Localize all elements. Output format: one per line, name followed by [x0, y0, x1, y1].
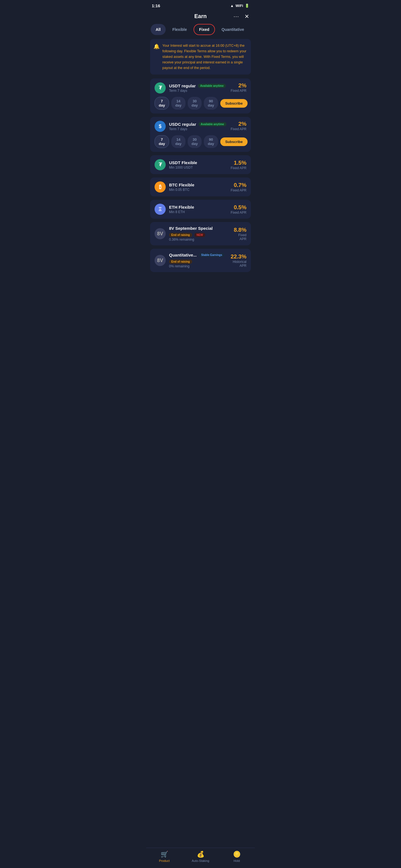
coin-icon-quantitative: 8V [154, 255, 166, 266]
signal-icon: ▲ [230, 4, 234, 8]
tab-all[interactable]: All [151, 24, 166, 35]
badge-usdc-regular: Available anytime [199, 122, 226, 126]
hold-nav-label: Hold [234, 859, 240, 862]
product-term-8v-september: 0.36% remaining [169, 238, 234, 242]
product-name-usdc-regular: USDC regular [169, 122, 196, 127]
info-banner: 🔔 Your Interest will start to accrue at … [150, 39, 251, 74]
header-action-icons: ⋯ ✕ [232, 12, 250, 21]
product-apr-8v-september: 8.8% [234, 227, 247, 233]
tab-fixed[interactable]: Fixed [194, 24, 215, 35]
product-name-btc-flexible: BTC Flexible [169, 183, 194, 187]
tabs-container: All Flexible Fixed Quantitative [146, 24, 255, 35]
day-btn-30-day[interactable]: 30 day [188, 135, 202, 148]
product-term-quantitative: 0% remaining [169, 264, 229, 268]
close-button[interactable]: ✕ [244, 12, 250, 21]
badge-8v-september: End of raising [169, 233, 192, 237]
bottom-nav: 🛒 Product 💰 Auto-Staking 🪙 Hold [146, 848, 255, 868]
product-name-8v-september: 8V September Special [169, 226, 213, 230]
product-term-usdt-flexible: Min 1000 USDT [169, 165, 197, 169]
subscribe-btn-usdc-regular[interactable]: Subscribe [220, 137, 248, 146]
day-selector-usdc-regular: 7 day14 day30 day90 day Subscribe [154, 135, 247, 148]
hold-nav-icon: 🪙 [233, 851, 240, 858]
product-name-eth-flexible: ETH Flexible [169, 205, 194, 210]
product-term-usdc-regular: Term 7 days [169, 127, 226, 131]
bell-icon: 🔔 [153, 43, 160, 50]
badge-8v-september: NEW [194, 233, 205, 237]
product-term-usdt-regular: Term 7 days [169, 89, 226, 93]
day-btn-90-day[interactable]: 90 day [204, 97, 218, 110]
wifi-icon: WiFi [236, 4, 243, 8]
day-btn-14-day[interactable]: 14 day [171, 97, 185, 110]
product-apr-label-usdt-regular: Fixed APR [231, 89, 247, 93]
product-nav-icon: 🛒 [161, 851, 168, 858]
product-apr-label-usdc-regular: Fixed APR [231, 127, 247, 131]
coin-icon-usdt-flexible: ₮ [154, 159, 166, 170]
products-list: ₮ USDT regular Available anytime Term 7 … [146, 79, 255, 272]
product-apr-label-usdt-flexible: Fixed APR [231, 166, 247, 170]
status-bar: 1:16 ▲ WiFi 🔋 [146, 0, 255, 10]
product-apr-eth-flexible: 0.5% [231, 204, 247, 211]
product-card-quantitative: 8V Quantitative... Stable EarningsEnd of… [150, 249, 251, 272]
nav-auto-staking[interactable]: 💰 Auto-Staking [189, 851, 212, 862]
product-name-usdt-flexible: USDT Flexible [169, 160, 197, 165]
product-card-usdt-flexible: ₮ USDT Flexible Min 1000 USDT 1.5% Fixed… [150, 155, 251, 174]
day-btn-90-day[interactable]: 90 day [204, 135, 218, 148]
product-apr-label-8v-september: Fixed APR [234, 233, 247, 241]
day-selector-usdt-regular: 7 day14 day30 day90 day Subscribe [154, 97, 247, 110]
day-btn-14-day[interactable]: 14 day [171, 135, 185, 148]
status-icons: ▲ WiFi 🔋 [230, 4, 249, 8]
coin-icon-usdc-regular: $ [154, 121, 166, 132]
header: Earn ⋯ ✕ [146, 10, 255, 24]
tab-flexible[interactable]: Flexible [167, 24, 192, 35]
product-apr-usdt-flexible: 1.5% [231, 160, 247, 166]
more-button[interactable]: ⋯ [232, 12, 240, 21]
day-btn-30-day[interactable]: 30 day [188, 97, 202, 110]
coin-icon-btc-flexible: ₿ [154, 181, 166, 192]
nav-product[interactable]: 🛒 Product [153, 851, 175, 862]
auto-staking-nav-icon: 💰 [197, 851, 204, 858]
product-name-usdt-regular: USDT regular [169, 84, 196, 88]
subscribe-btn-usdt-regular[interactable]: Subscribe [220, 99, 248, 108]
product-apr-usdc-regular: 2% [231, 121, 247, 127]
tab-quantitative[interactable]: Quantitative [217, 24, 249, 35]
product-apr-usdt-regular: 2% [231, 82, 247, 89]
product-term-eth-flexible: Min 8 ETH [169, 210, 194, 214]
day-btn-7-day[interactable]: 7 day [154, 135, 169, 148]
info-text: Your Interest will start to accrue at 16… [162, 43, 247, 71]
product-apr-label-btc-flexible: Fixed APR [231, 188, 247, 192]
product-name-quantitative: Quantitative... [169, 253, 197, 257]
nav-hold[interactable]: 🪙 Hold [226, 851, 248, 862]
product-card-usdt-regular: ₮ USDT regular Available anytime Term 7 … [150, 79, 251, 114]
product-card-eth-flexible: Ξ ETH Flexible Min 8 ETH 0.5% Fixed APR [150, 200, 251, 219]
product-nav-label: Product [159, 859, 170, 862]
product-term-btc-flexible: Min 0.05 BTC [169, 188, 194, 192]
product-apr-btc-flexible: 0.7% [231, 182, 247, 188]
badge-usdt-regular: Available anytime [198, 84, 226, 88]
auto-staking-nav-label: Auto-Staking [192, 859, 209, 862]
coin-icon-eth-flexible: Ξ [154, 204, 166, 215]
badge-quantitative: Stable Earnings [199, 253, 225, 257]
status-time: 1:16 [152, 3, 160, 8]
product-apr-label-quantitative: Historical APR [229, 260, 247, 268]
product-card-btc-flexible: ₿ BTC Flexible Min 0.05 BTC 0.7% Fixed A… [150, 178, 251, 196]
product-card-8v-september: 8V 8V September Special End of raisingNE… [150, 222, 251, 245]
product-card-usdc-regular: $ USDC regular Available anytime Term 7 … [150, 117, 251, 152]
product-apr-label-eth-flexible: Fixed APR [231, 211, 247, 215]
product-apr-quantitative: 22.3% [229, 253, 247, 260]
badge-quantitative: End of raising [169, 259, 192, 264]
battery-icon: 🔋 [245, 4, 249, 8]
page-title: Earn [194, 13, 207, 20]
coin-icon-usdt-regular: ₮ [154, 82, 166, 93]
coin-icon-8v-september: 8V [154, 228, 166, 239]
day-btn-7-day[interactable]: 7 day [154, 97, 169, 110]
